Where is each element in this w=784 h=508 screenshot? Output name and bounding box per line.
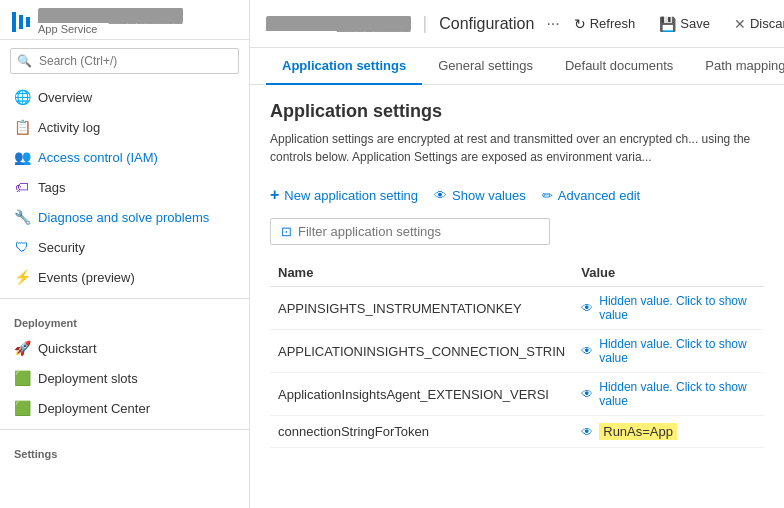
sidebar-item-label: Events (preview): [38, 270, 135, 285]
slots-icon: 🟩: [14, 370, 30, 386]
sidebar-item-label: Diagnose and solve problems: [38, 210, 209, 225]
sidebar-item-label: Activity log: [38, 120, 100, 135]
search-input[interactable]: [10, 48, 239, 74]
advanced-edit-button[interactable]: ✏ Advanced edit: [542, 184, 640, 207]
settings-heading: Application settings: [270, 101, 764, 122]
sidebar-item-quickstart[interactable]: 🚀 Quickstart: [0, 333, 249, 363]
globe-icon: 🌐: [14, 89, 30, 105]
save-button[interactable]: 💾 Save: [649, 10, 720, 38]
logo-bar-1: [12, 12, 16, 32]
settings-section-label: Settings: [0, 436, 249, 464]
deployment-section-label: Deployment: [0, 305, 249, 333]
sidebar-item-label: Security: [38, 240, 85, 255]
content-area: Application settings Application setting…: [250, 85, 784, 508]
save-label: Save: [680, 16, 710, 31]
tab-path-mappings[interactable]: Path mappings: [689, 48, 784, 85]
settings-table: Name Value APPINSIGHTS_INSTRUMENTATIONKE…: [270, 259, 764, 448]
sidebar-item-activity-log[interactable]: 📋 Activity log: [0, 112, 249, 142]
eye-icon: 👁: [581, 344, 593, 358]
show-values-label: Show values: [452, 188, 526, 203]
table-row: ApplicationInsightsAgent_EXTENSION_VERSI…: [270, 373, 764, 416]
tab-general-settings[interactable]: General settings: [422, 48, 549, 85]
main-content: jacemanage████████ | Configuration ··· ↻…: [250, 0, 784, 508]
sidebar-item-tags[interactable]: 🏷 Tags: [0, 172, 249, 202]
refresh-label: Refresh: [590, 16, 636, 31]
hidden-value-cell: 👁 Hidden value. Click to show value: [581, 294, 756, 322]
settings-panel: Application settings Application setting…: [250, 85, 784, 464]
log-icon: 📋: [14, 119, 30, 135]
setting-name: connectionStringForToken: [270, 416, 573, 448]
sidebar-item-iam[interactable]: 👥 Access control (IAM): [0, 142, 249, 172]
refresh-icon: ↻: [574, 16, 586, 32]
topbar-title: jacemanage████████ | Configuration ···: [266, 13, 560, 34]
col-value: Value: [573, 259, 764, 287]
show-values-button[interactable]: 👁 Show values: [434, 184, 526, 207]
sidebar-item-label: Quickstart: [38, 341, 97, 356]
topbar-app-name: jacemanage████████: [266, 16, 411, 31]
tab-default-documents[interactable]: Default documents: [549, 48, 689, 85]
sidebar-item-events[interactable]: ⚡ Events (preview): [0, 262, 249, 292]
sidebar-item-security[interactable]: 🛡 Security: [0, 232, 249, 262]
setting-value: 👁 Hidden value. Click to show value: [573, 287, 764, 330]
sidebar-item-deployment-center[interactable]: 🟩 Deployment Center: [0, 393, 249, 423]
table-row: APPINSIGHTS_INSTRUMENTATIONKEY 👁 Hidden …: [270, 287, 764, 330]
sidebar-item-label: Tags: [38, 180, 65, 195]
filter-icon: ⊡: [281, 224, 292, 239]
tab-application-settings[interactable]: Application settings: [266, 48, 422, 85]
hidden-value-link[interactable]: Hidden value. Click to show value: [599, 294, 756, 322]
hidden-value-cell: 👁 Hidden value. Click to show value: [581, 380, 756, 408]
sidebar-item-label: Access control (IAM): [38, 150, 158, 165]
setting-name: APPLICATIONINSIGHTS_CONNECTION_STRIN: [270, 330, 573, 373]
highlighted-value: RunAs=App: [599, 423, 677, 440]
save-icon: 💾: [659, 16, 676, 32]
setting-name: ApplicationInsightsAgent_EXTENSION_VERSI: [270, 373, 573, 416]
eye-icon: 👁: [434, 188, 447, 203]
refresh-button[interactable]: ↻ Refresh: [564, 10, 646, 38]
discard-icon: ✕: [734, 16, 746, 32]
sidebar-item-deployment-slots[interactable]: 🟩 Deployment slots: [0, 363, 249, 393]
nav-divider-1: [0, 298, 249, 299]
filter-input[interactable]: [298, 224, 539, 239]
setting-name: APPINSIGHTS_INSTRUMENTATIONKEY: [270, 287, 573, 330]
pencil-icon: ✏: [542, 188, 553, 203]
toolbar: ↻ Refresh 💾 Save ✕ Discard ♡ Leave Feedb…: [564, 3, 784, 45]
hidden-value-link[interactable]: Hidden value. Click to show value: [599, 337, 756, 365]
search-icon: 🔍: [17, 54, 32, 68]
sidebar-item-overview[interactable]: 🌐 Overview: [0, 82, 249, 112]
new-setting-button[interactable]: + New application setting: [270, 182, 418, 208]
table-row: connectionStringForToken 👁 RunAs=App: [270, 416, 764, 448]
discard-button[interactable]: ✕ Discard: [724, 10, 784, 38]
sidebar-item-label: Overview: [38, 90, 92, 105]
action-bar: + New application setting 👁 Show values …: [270, 182, 764, 208]
logo-bar-2: [19, 15, 23, 29]
sidebar-nav: 🌐 Overview 📋 Activity log 👥 Access contr…: [0, 82, 249, 464]
sidebar: jacemanage████████ App Service 🔍 🌐 Overv…: [0, 0, 250, 508]
sidebar-item-label: Deployment slots: [38, 371, 138, 386]
col-name: Name: [270, 259, 573, 287]
eye-icon: 👁: [581, 425, 593, 439]
setting-value: 👁 Hidden value. Click to show value: [573, 330, 764, 373]
page-title: Configuration: [439, 15, 534, 33]
more-options-icon[interactable]: ···: [546, 15, 559, 33]
sidebar-header: jacemanage████████ App Service: [0, 0, 249, 40]
topbar: jacemanage████████ | Configuration ··· ↻…: [250, 0, 784, 48]
wrench-icon: 🔧: [14, 209, 30, 225]
discard-label: Discard: [750, 16, 784, 31]
tags-icon: 🏷: [14, 179, 30, 195]
app-service-label: App Service: [38, 23, 183, 35]
highlighted-value-cell: 👁 RunAs=App: [581, 423, 756, 440]
app-logo: [12, 12, 30, 32]
filter-bar: ⊡: [270, 218, 550, 245]
tabs-bar: Application settings General settings De…: [250, 48, 784, 85]
center-icon: 🟩: [14, 400, 30, 416]
sidebar-item-diagnose[interactable]: 🔧 Diagnose and solve problems: [0, 202, 249, 232]
new-setting-label: New application setting: [284, 188, 418, 203]
setting-value: 👁 RunAs=App: [573, 416, 764, 448]
hidden-value-cell: 👁 Hidden value. Click to show value: [581, 337, 756, 365]
rocket-icon: 🚀: [14, 340, 30, 356]
hidden-value-link[interactable]: Hidden value. Click to show value: [599, 380, 756, 408]
sidebar-app-title: jacemanage████████ App Service: [38, 8, 183, 35]
table-row: APPLICATIONINSIGHTS_CONNECTION_STRIN 👁 H…: [270, 330, 764, 373]
app-name: jacemanage████████: [38, 8, 183, 23]
sidebar-search-container: 🔍: [10, 48, 239, 74]
